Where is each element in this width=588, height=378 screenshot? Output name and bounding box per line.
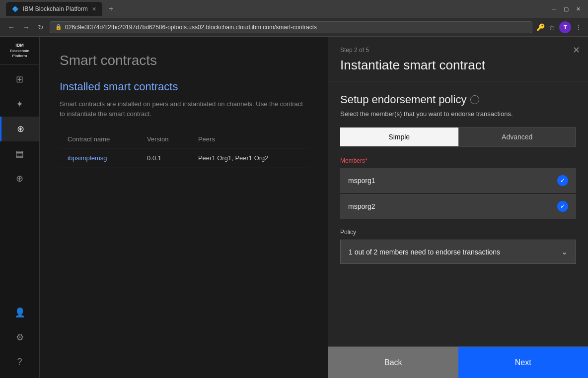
- members-label: Members*: [340, 157, 576, 164]
- endorsement-header: Setup endorsement policy i: [340, 93, 576, 106]
- panel-footer: Back Next: [328, 346, 588, 378]
- check-icon-msporg2: ✓: [557, 201, 568, 212]
- policy-label: Policy: [340, 229, 576, 236]
- refresh-button[interactable]: ↻: [36, 21, 46, 33]
- sidebar-item-orgs[interactable]: ⊕: [0, 166, 39, 191]
- app-name-label: IBM Blockchain Platform: [10, 43, 29, 59]
- channels-icon: ▤: [15, 148, 24, 159]
- sidebar-item-smart-contracts[interactable]: ⊛: [0, 117, 39, 141]
- peers-cell: Peer1 Org1, Peer1 Org2: [190, 148, 308, 168]
- member-name-msporg1: msporg1: [348, 177, 375, 185]
- browser-titlebar: 🔷 IBM Blockchain Platform ✕ + ─ ▢ ✕: [0, 0, 588, 18]
- member-item-msporg1[interactable]: msporg1 ✓: [340, 168, 576, 193]
- forward-nav-button[interactable]: →: [21, 21, 32, 33]
- sidebar-item-help[interactable]: ?: [14, 350, 25, 374]
- tab-close-icon[interactable]: ✕: [92, 6, 96, 12]
- right-panel: Step 2 of 5 Instantiate smart contract ✕…: [328, 37, 588, 378]
- page-title: Smart contracts: [60, 53, 308, 68]
- check-icon-msporg1: ✓: [557, 175, 568, 186]
- required-marker: *: [365, 157, 368, 164]
- app-layout: IBM Blockchain Platform ⊞ ✦ ⊛ ▤ ⊕: [0, 37, 588, 378]
- step-indicator: Step 2 of 5: [340, 47, 576, 54]
- section-desc: Smart contracts are installed on peers a…: [60, 99, 308, 119]
- orgs-icon: ⊕: [16, 173, 23, 184]
- app-logo: IBM Blockchain Platform: [0, 37, 39, 65]
- url-text: 026c9e3f374d4f2fbc20197d7bd62586-optools…: [65, 24, 317, 31]
- sidebar-nav: ⊞ ✦ ⊛ ▤ ⊕: [0, 65, 39, 300]
- sidebar-item-identity[interactable]: 👤: [14, 300, 25, 325]
- key-icon[interactable]: 🔑: [536, 23, 545, 31]
- section-title: Installed smart contracts: [60, 80, 308, 93]
- panel-body: Setup endorsement policy i Select the me…: [328, 81, 588, 346]
- sidebar-item-nodes[interactable]: ✦: [0, 92, 39, 117]
- tab-area: 🔷 IBM Blockchain Platform ✕ +: [6, 2, 118, 16]
- endorsement-desc: Select the member(s) that you want to en…: [340, 110, 576, 118]
- sidebar-item-channels[interactable]: ▤: [0, 141, 39, 166]
- back-nav-button[interactable]: ←: [6, 21, 17, 33]
- dashboard-icon: ⊞: [16, 74, 23, 85]
- endorsement-title: Setup endorsement policy: [340, 93, 466, 106]
- contract-name-cell[interactable]: ibpsimplemsg: [60, 148, 139, 168]
- address-bar[interactable]: 🔒 026c9e3f374d4f2fbc20197d7bd62586-optoo…: [50, 21, 532, 33]
- star-icon[interactable]: ☆: [549, 23, 555, 31]
- version-cell: 0.0.1: [139, 148, 190, 168]
- col-peers: Peers: [190, 130, 308, 148]
- nodes-icon: ✦: [16, 99, 23, 110]
- main-content: Smart contracts Installed smart contract…: [40, 37, 328, 378]
- smart-contracts-icon: ⊛: [17, 124, 24, 134]
- maximize-button[interactable]: ▢: [562, 5, 570, 13]
- tab-simple[interactable]: Simple: [340, 127, 458, 146]
- policy-dropdown[interactable]: 1 out of 2 members need to endorse trans…: [340, 240, 576, 264]
- next-button[interactable]: Next: [458, 347, 588, 378]
- col-contract-name: Contract name: [60, 130, 139, 148]
- contracts-table: Contract name Version Peers ibpsimplemsg…: [60, 130, 308, 168]
- chevron-down-icon: ⌄: [561, 247, 568, 256]
- sidebar: IBM Blockchain Platform ⊞ ✦ ⊛ ▤ ⊕: [0, 37, 40, 378]
- close-window-button[interactable]: ✕: [574, 5, 582, 13]
- window-controls: ─ ▢ ✕: [550, 5, 582, 13]
- sidebar-item-dashboard[interactable]: ⊞: [0, 67, 39, 92]
- tab-title: IBM Blockchain Platform: [23, 5, 88, 12]
- back-button[interactable]: Back: [328, 347, 458, 378]
- help-icon: ?: [17, 357, 22, 367]
- info-icon[interactable]: i: [470, 95, 479, 104]
- minimize-button[interactable]: ─: [550, 5, 558, 13]
- settings-icon: ⚙: [16, 332, 24, 343]
- table-row: ibpsimplemsg 0.0.1 Peer1 Org1, Peer1 Org…: [60, 148, 308, 168]
- panel-header: Step 2 of 5 Instantiate smart contract ✕: [328, 37, 588, 81]
- tab-advanced[interactable]: Advanced: [458, 127, 577, 146]
- browser-tab[interactable]: 🔷 IBM Blockchain Platform ✕: [6, 2, 102, 16]
- lock-icon: 🔒: [55, 24, 62, 30]
- browser-chrome: 🔷 IBM Blockchain Platform ✕ + ─ ▢ ✕ ← → …: [0, 0, 588, 37]
- tab-container: Simple Advanced: [340, 127, 576, 147]
- panel-title: Instantiate smart contract: [340, 58, 576, 73]
- policy-text: 1 out of 2 members need to endorse trans…: [349, 248, 500, 256]
- member-item-msporg2[interactable]: msporg2 ✓: [340, 194, 576, 219]
- browser-toolbar: ← → ↻ 🔒 026c9e3f374d4f2fbc20197d7bd62586…: [0, 18, 588, 37]
- sidebar-bottom: 👤 ⚙ ?: [14, 300, 25, 378]
- sidebar-item-settings[interactable]: ⚙: [14, 325, 25, 350]
- identity-icon: 👤: [14, 307, 25, 318]
- user-avatar[interactable]: T: [559, 21, 571, 33]
- toolbar-icons: 🔑 ☆ T ⋮: [536, 21, 582, 33]
- new-tab-button[interactable]: +: [104, 2, 118, 16]
- menu-icon[interactable]: ⋮: [575, 23, 582, 31]
- col-version: Version: [139, 130, 190, 148]
- close-panel-button[interactable]: ✕: [573, 45, 580, 56]
- member-name-msporg2: msporg2: [348, 202, 375, 210]
